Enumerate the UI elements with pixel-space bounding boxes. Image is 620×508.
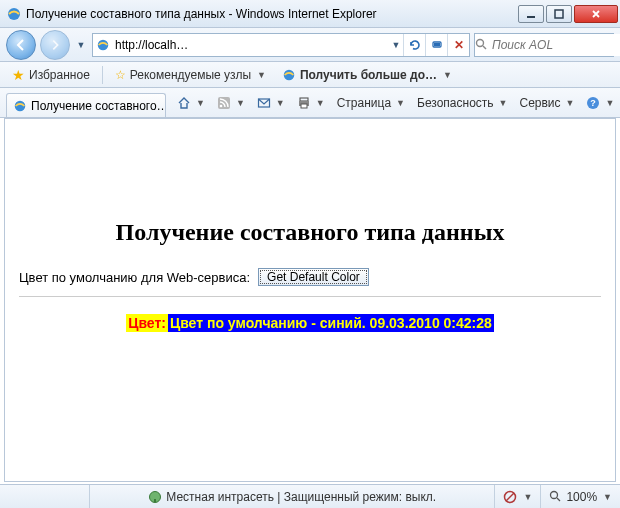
window-title: Получение составного типа данных - Windo… — [26, 7, 516, 21]
zoom-value: 100% — [566, 490, 597, 504]
chevron-down-icon: ▼ — [316, 98, 325, 108]
get-more-label: Получить больше до… — [300, 68, 437, 82]
svg-rect-18 — [154, 499, 156, 502]
svg-rect-2 — [555, 10, 563, 18]
mail-button[interactable]: ▼ — [252, 94, 290, 112]
print-button[interactable]: ▼ — [292, 94, 330, 112]
result-key: Цвет: — [126, 314, 168, 332]
chevron-down-icon: ▼ — [523, 492, 532, 502]
svg-rect-5 — [434, 43, 440, 46]
favorites-bar: ★ Избранное ☆ Рекомендуемые узлы ▼ Получ… — [0, 62, 620, 88]
chevron-down-icon: ▼ — [196, 98, 205, 108]
tab-bar: Получение составного… ▼ ▼ ▼ ▼ Страница ▼… — [0, 88, 620, 118]
page-body: Получение составного типа данных Цвет по… — [5, 119, 615, 341]
status-blocker[interactable]: ▼ — [495, 485, 541, 508]
feeds-button[interactable]: ▼ — [212, 94, 250, 112]
intranet-icon — [148, 490, 162, 504]
status-zone: Местная интрасеть | Защищенный режим: вы… — [90, 485, 495, 508]
address-input[interactable] — [113, 34, 389, 56]
search-input[interactable] — [488, 34, 620, 56]
chevron-down-icon: ▼ — [605, 98, 614, 108]
navbar: ▼ ▼ ✕ — [0, 28, 620, 62]
chevron-down-icon: ▼ — [443, 70, 452, 80]
page-menu-label: Страница — [337, 96, 391, 110]
tools-menu[interactable]: Сервис ▼ — [514, 94, 579, 112]
default-color-label: Цвет по умолчанию для Web-сервиса: — [19, 270, 250, 285]
titlebar: Получение составного типа данных - Windo… — [0, 0, 620, 28]
zoom-icon — [549, 490, 562, 503]
chevron-down-icon: ▼ — [396, 98, 405, 108]
status-left — [0, 485, 90, 508]
address-bar: ▼ ✕ — [92, 33, 470, 57]
page-heading: Получение составного типа данных — [15, 219, 605, 246]
status-zone-text: Местная интрасеть | Защищенный режим: вы… — [166, 490, 436, 504]
address-dropdown[interactable]: ▼ — [389, 30, 403, 60]
svg-point-10 — [220, 104, 223, 107]
search-icon[interactable] — [475, 38, 488, 51]
star-outline-icon: ☆ — [115, 68, 126, 82]
security-menu[interactable]: Безопасность ▼ — [412, 94, 512, 112]
home-button[interactable]: ▼ — [172, 94, 210, 112]
chevron-down-icon: ▼ — [566, 98, 575, 108]
command-bar: ▼ ▼ ▼ ▼ Страница ▼ Безопасность ▼ Сервис… — [172, 88, 619, 117]
content-area: Получение составного типа данных Цвет по… — [4, 118, 616, 482]
recommended-sites-button[interactable]: ☆ Рекомендуемые узлы ▼ — [109, 66, 272, 84]
page-menu[interactable]: Страница ▼ — [332, 94, 410, 112]
star-icon: ★ — [12, 67, 25, 83]
ie-favicon — [6, 6, 22, 22]
recommended-label: Рекомендуемые узлы — [130, 68, 251, 82]
default-color-row: Цвет по умолчанию для Web-сервиса: Get D… — [15, 268, 605, 296]
svg-rect-1 — [527, 16, 535, 18]
refresh-button[interactable] — [403, 34, 425, 56]
search-bar — [474, 33, 614, 57]
svg-point-6 — [477, 40, 484, 47]
back-button[interactable] — [6, 30, 36, 60]
help-button[interactable]: ? ▼ — [581, 94, 619, 112]
tools-menu-label: Сервис — [519, 96, 560, 110]
status-bar: Местная интрасеть | Защищенный режим: вы… — [0, 484, 620, 508]
svg-text:?: ? — [591, 98, 597, 108]
tab-active[interactable]: Получение составного… — [6, 93, 166, 117]
stop-button[interactable]: ✕ — [447, 34, 469, 56]
get-default-color-button[interactable]: Get Default Color — [258, 268, 369, 286]
window-buttons — [516, 5, 618, 23]
chevron-down-icon: ▼ — [236, 98, 245, 108]
chevron-down-icon: ▼ — [603, 492, 612, 502]
tab-favicon — [13, 99, 27, 113]
svg-rect-12 — [300, 98, 308, 101]
favorites-label: Избранное — [29, 68, 90, 82]
svg-point-20 — [551, 492, 558, 499]
address-favicon — [93, 38, 113, 52]
result-line: Цвет:Цвет по умолчанию - синий. 09.03.20… — [126, 315, 494, 331]
divider — [19, 296, 601, 297]
get-more-button[interactable]: Получить больше до… ▼ — [276, 66, 458, 84]
compat-button[interactable] — [425, 34, 447, 56]
tab-title: Получение составного… — [31, 99, 166, 113]
chevron-down-icon: ▼ — [276, 98, 285, 108]
svg-rect-14 — [301, 104, 307, 108]
chevron-down-icon: ▼ — [257, 70, 266, 80]
forward-button[interactable] — [40, 30, 70, 60]
chevron-down-icon: ▼ — [499, 98, 508, 108]
close-button[interactable] — [574, 5, 618, 23]
minimize-button[interactable] — [518, 5, 544, 23]
maximize-button[interactable] — [546, 5, 572, 23]
result-value: Цвет по умолчанию - синий. 09.03.2010 0:… — [168, 314, 494, 332]
security-menu-label: Безопасность — [417, 96, 494, 110]
zoom-control[interactable]: 100% ▼ — [541, 490, 620, 504]
separator — [102, 66, 103, 84]
favorites-button[interactable]: ★ Избранное — [6, 65, 96, 85]
nav-history-dropdown[interactable]: ▼ — [74, 30, 88, 60]
ie-icon — [282, 68, 296, 82]
